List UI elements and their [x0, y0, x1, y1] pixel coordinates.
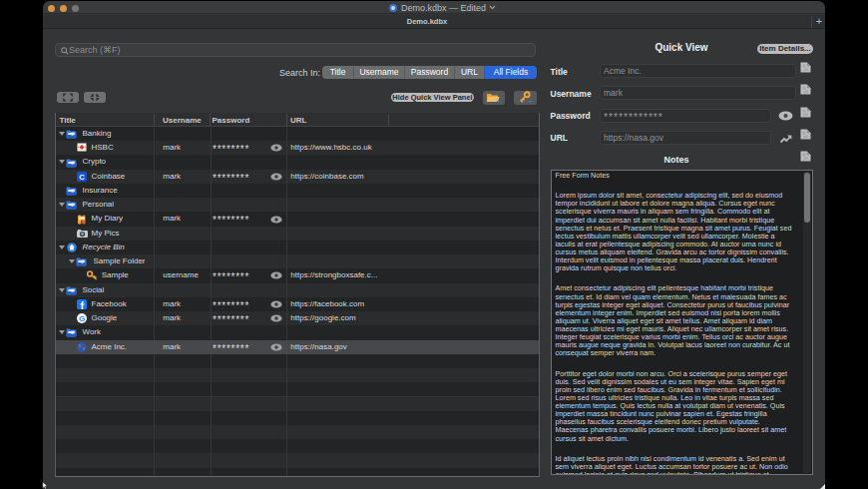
svg-text:G: G: [79, 314, 85, 323]
svg-text:C: C: [79, 172, 85, 181]
